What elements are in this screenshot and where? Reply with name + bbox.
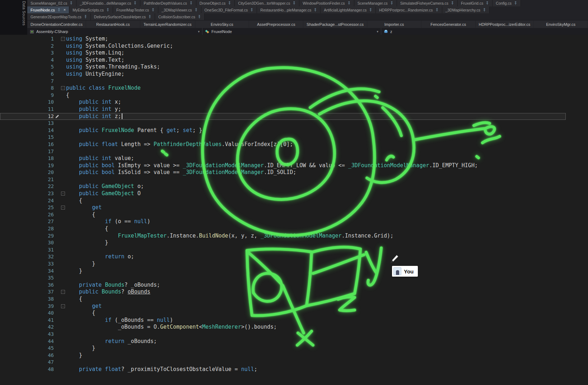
line-number[interactable]: 16 [0,141,54,148]
fold-column[interactable]: - [60,85,66,92]
line-number[interactable]: 28 [0,225,54,233]
tab-scenemanager-cs[interactable]: SceneManager.cs [354,0,397,6]
line-number[interactable]: 32 [0,253,54,260]
code-line[interactable]: 15 [0,134,566,141]
code-line[interactable]: 19 public bool IsEmpty => value >= _3DFo… [0,162,566,169]
tab-artificiallightsmanager-cs[interactable]: ArtificialLightsManager.cs [321,6,376,13]
line-number[interactable]: 4 [0,57,54,64]
type-dropdown[interactable]: FruxelNode ▾ [202,28,381,35]
pin-icon[interactable] [451,1,454,5]
tab-hdrppostproc-izereditor-cs[interactable]: HDRPPostproc...izerEditor.cs [476,20,534,28]
line-number[interactable]: 17 [0,148,54,155]
line-number[interactable]: 24 [0,197,54,205]
tab-envirosky-cs[interactable]: EnviroSky.cs [195,20,249,28]
tab-droneorientationcontroller-cs[interactable]: DroneOrientationController.cs [27,20,86,28]
fold-column[interactable]: - [60,303,66,310]
code-line[interactable]: 33 } [0,260,566,268]
pin-icon[interactable] [194,8,198,12]
code-line[interactable]: 2using System.Collections.Generic; [0,43,566,50]
pin-icon[interactable] [148,15,151,19]
line-number[interactable]: 45 [0,345,54,352]
tab-deliverysurfaceclasshelper-cs[interactable]: DeliverySurfaceClassHelper.cs [91,13,155,20]
tab-terrainlayerrandomizer-cs[interactable]: TerrainLayerRandomizer.cs [140,20,195,28]
pin-icon[interactable] [485,1,489,5]
line-number[interactable]: 25 [0,204,54,211]
line-number[interactable]: 38 [0,296,54,303]
fold-column[interactable]: - [60,288,66,296]
code-line[interactable]: 12 public int z; [0,113,566,120]
code-line[interactable]: 14 public FruxelNode Parent { get; set; … [0,127,566,134]
line-number[interactable]: 15 [0,134,54,141]
line-number[interactable]: 9 [0,92,54,99]
line-number[interactable]: 27 [0,218,54,225]
line-number[interactable]: 46 [0,352,54,359]
line-number[interactable]: 31 [0,247,54,254]
code-line[interactable]: 20 public bool IsSolid => value == _3DFo… [0,169,566,176]
tab-simulatedfisheyecamera-cs[interactable]: SimulatedFisheyeCamera.cs [397,0,458,6]
pin-icon[interactable] [57,8,61,12]
code-line[interactable]: 47 [0,359,566,366]
code-line[interactable]: 38 { [0,296,566,303]
pin-icon[interactable] [151,8,155,12]
fold-collapse-icon[interactable]: - [61,86,65,90]
line-number[interactable]: 44 [0,338,54,345]
fold-column[interactable]: - [60,190,66,197]
fold-column[interactable]: - [60,36,66,43]
code-line[interactable]: 5using System.Threading.Tasks; [0,64,566,71]
code-line[interactable]: 30 } [0,239,566,247]
code-line[interactable]: 29 FruxelMapTester.Instance.BuildNode(x,… [0,233,566,240]
pin-icon[interactable] [69,1,73,5]
tab-hdrppostproc-randomizer-cs[interactable]: HDRPPostproc...Randomizer.cs [376,6,442,13]
code-line[interactable]: 1-using System; [0,36,566,43]
code-line[interactable]: 25- get [0,204,566,211]
pin-icon[interactable] [189,1,193,5]
line-number[interactable]: 21 [0,176,54,183]
pin-icon[interactable] [84,15,87,19]
pin-icon[interactable] [435,8,439,12]
line-number[interactable]: 42 [0,324,54,331]
code-line[interactable]: 43 [0,331,566,338]
line-number[interactable]: 37 [0,288,54,296]
tab-3dfoundatio-delmanager-cs[interactable]: _3DFoundatio...delManager.cs [76,0,140,6]
pin-icon[interactable] [133,1,137,5]
tab-generator2exportmaptools-cs[interactable]: Generator2ExportMapTools.cs [27,13,91,20]
tab-citygen3dgen-torwrapper-cs[interactable]: CityGen3DGen...torWrapper.cs [235,0,299,6]
line-number[interactable]: 11 [0,106,54,113]
code-line[interactable]: 42 _oBounds = O.GetComponent<MeshRendere… [0,324,566,331]
code-line[interactable]: 9{ [0,92,566,99]
code-line[interactable]: 21 [0,176,566,183]
code-line[interactable]: 37- public Bounds? oBounds [0,288,566,296]
line-number[interactable]: 18 [0,155,54,162]
tab-pathfinderdepthvalues-cs[interactable]: PathfinderDepthValues.cs [140,0,196,6]
code-line[interactable]: 4using System.Text; [0,57,566,64]
code-line[interactable]: 36 private Bounds? _oBounds; [0,282,566,289]
code-line[interactable]: 3using System.Linq; [0,50,566,57]
pin-icon[interactable] [228,1,231,5]
tab-shaderpackage-stprocessor-cs[interactable]: ShaderPackage...stProcessor.cs [303,20,367,28]
code-line[interactable]: 41 if (_oBounds == null) [0,317,566,324]
code-line[interactable]: 40 { [0,310,566,317]
code-line[interactable]: 16 public float Length => PathfinderDept… [0,141,566,148]
line-number[interactable]: 33 [0,260,54,268]
line-number[interactable]: 30 [0,239,54,247]
pin-icon[interactable] [313,8,317,12]
code-line[interactable]: 22 public GameObject o; [0,183,566,190]
line-number[interactable]: 6 [0,71,54,78]
fold-collapse-icon[interactable]: - [61,290,65,294]
pin-icon[interactable] [250,8,253,12]
line-number[interactable]: 2 [0,43,54,50]
tab-restaurantho-plemanager-cs[interactable]: RestaurantHo...pleManager.cs [257,6,321,13]
line-number[interactable]: 5 [0,64,54,71]
tab-importer-cs[interactable]: Importer.cs [367,20,421,28]
line-number[interactable]: 14 [0,127,54,134]
code-line[interactable]: 26 { [0,211,566,219]
line-number[interactable]: 36 [0,282,54,289]
code-line[interactable]: 17 [0,148,566,155]
pin-icon[interactable] [369,8,372,12]
code-line[interactable]: 34 } [0,268,566,275]
pin-icon[interactable] [482,8,486,12]
tab-fruxelmaptester-cs[interactable]: FruxelMapTester.cs [113,6,158,13]
code-line[interactable]: 44 return _oBounds; [0,338,566,345]
tab-3dmapviewer-cs[interactable]: _3DMapViewer.cs [158,6,201,13]
tab-3dmaphierarchy-cs[interactable]: _3DMapHierarchy.cs [442,6,490,13]
